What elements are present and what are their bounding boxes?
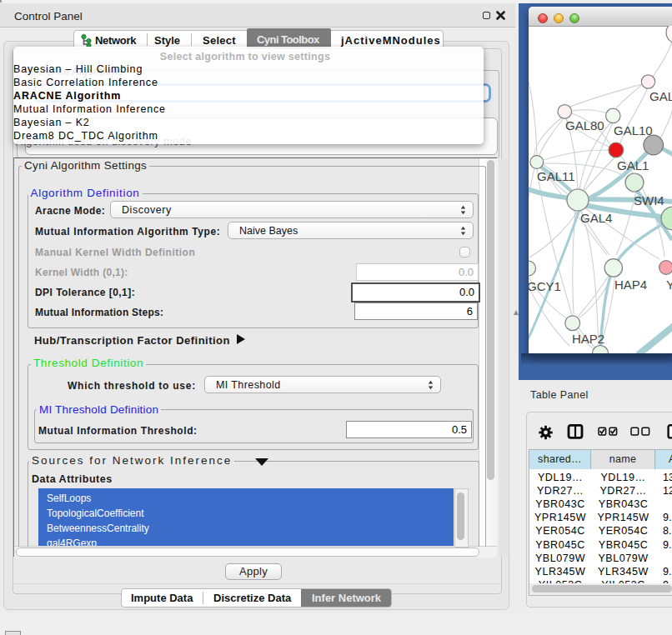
svg-text:Y: Y	[666, 278, 672, 292]
svg-text:GAL11: GAL11	[537, 169, 575, 183]
svg-text:HAP4: HAP4	[614, 278, 647, 292]
svg-text:GAL: GAL	[649, 89, 672, 103]
svg-text:HAP2: HAP2	[572, 332, 604, 346]
svg-text:GCY1: GCY1	[529, 279, 561, 293]
svg-text:GAL1: GAL1	[617, 158, 649, 172]
svg-text:GAL80: GAL80	[565, 118, 604, 132]
svg-text:GAL4: GAL4	[580, 211, 612, 225]
svg-text:GAL10: GAL10	[614, 123, 653, 138]
svg-text:SWI4: SWI4	[634, 193, 664, 208]
